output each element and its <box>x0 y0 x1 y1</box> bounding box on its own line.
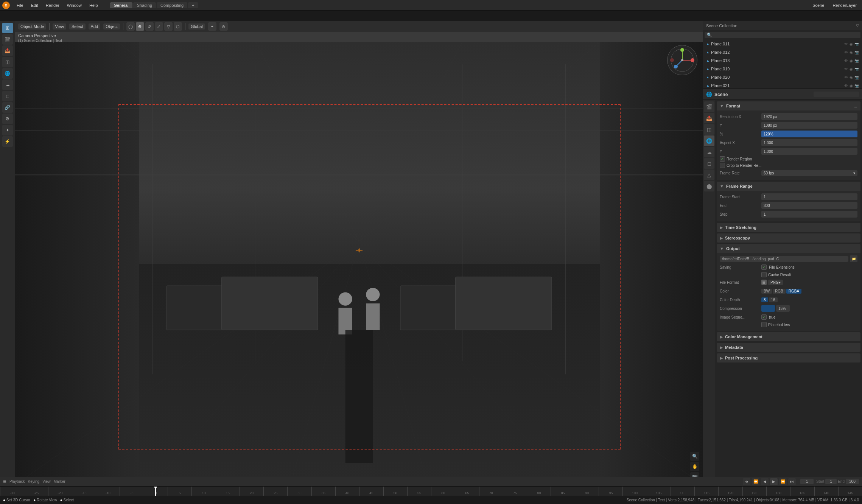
eye-icon-plane019[interactable]: 👁 <box>844 67 848 71</box>
aspect-x-value[interactable]: 1.000 <box>761 139 857 146</box>
sidebar-viewport[interactable]: ⊞ <box>2 23 13 33</box>
time-stretching-header[interactable]: ▶ Time Stretching <box>717 223 860 232</box>
select-icon[interactable]: ◯ <box>126 22 135 31</box>
view-btn-timeline[interactable]: View <box>42 479 51 484</box>
menu-file[interactable]: File <box>14 2 26 8</box>
prop-tab-viewlayer[interactable]: ◫ <box>704 124 714 135</box>
object-btn[interactable]: Object <box>103 23 120 30</box>
properties-search-input[interactable] <box>814 92 859 97</box>
jump-start-btn[interactable]: ⏮ <box>743 478 750 485</box>
resolution-percent-value[interactable]: 120% <box>761 131 857 137</box>
frame-end-value[interactable]: 300 <box>761 202 857 209</box>
proportional-icon[interactable]: ⊙ <box>219 22 228 31</box>
render-icon-plane020[interactable]: 📷 <box>854 75 859 79</box>
sidebar-particles[interactable]: ✦ <box>2 125 13 135</box>
view-btn[interactable]: View <box>53 23 66 30</box>
select-icon-plane012[interactable]: ◉ <box>850 50 853 54</box>
file-extensions-checkbox[interactable] <box>761 264 767 270</box>
add-btn[interactable]: Add <box>89 23 101 30</box>
render-icon-plane011[interactable]: 📷 <box>854 42 859 46</box>
outliner-item-plane021[interactable]: ▲ Plane.021 👁 ◉ 📷 <box>703 81 862 90</box>
color-depth-16-btn[interactable]: 16 <box>769 297 778 302</box>
frame-start-value[interactable]: 1 <box>761 193 857 200</box>
sidebar-view-layer[interactable]: ◫ <box>2 57 13 67</box>
prev-keyframe-btn[interactable]: ⏪ <box>752 478 759 485</box>
outliner-item-plane019[interactable]: ▲ Plane.019 👁 ◉ 📷 <box>703 65 862 73</box>
global-btn[interactable]: Global <box>188 23 205 30</box>
select-icon-plane019[interactable]: ◉ <box>850 67 853 71</box>
sidebar-world[interactable]: ☁ <box>2 79 13 90</box>
frame-rate-dropdown[interactable]: 60 fps ▾ <box>761 170 857 176</box>
sidebar-modifier[interactable]: ⚙ <box>2 114 13 124</box>
menu-window[interactable]: Window <box>64 2 85 8</box>
output-path-browse[interactable]: 📁 <box>850 255 857 262</box>
select-icon-plane021[interactable]: ◉ <box>850 84 853 88</box>
outliner-search-input[interactable] <box>714 33 858 37</box>
file-format-dropdown[interactable]: PNG ▾ <box>768 280 783 285</box>
timeline-ruler[interactable]: -30 -25 -20 -15 -10 -5 0 5 10 15 20 25 3… <box>0 487 862 496</box>
object-mode-btn[interactable]: Object Mode <box>18 23 46 30</box>
sidebar-physics[interactable]: ⚡ <box>2 136 13 147</box>
render-icon-plane021[interactable]: 📷 <box>854 84 859 88</box>
menu-edit[interactable]: Edit <box>28 2 41 8</box>
render-icon-plane012[interactable]: 📷 <box>854 50 859 54</box>
playback-btn[interactable]: Playback <box>9 479 25 484</box>
menu-help[interactable]: Help <box>86 2 101 8</box>
color-depth-8-btn[interactable]: 8 <box>761 297 768 302</box>
marker-btn[interactable]: Marker <box>54 479 65 484</box>
color-bw-btn[interactable]: BW <box>761 289 772 294</box>
rotate-icon[interactable]: ↺ <box>145 22 154 31</box>
color-rgba-btn[interactable]: RGBA <box>786 289 801 294</box>
format-menu-icon[interactable]: ☰ <box>854 104 857 108</box>
viewport-3d[interactable]: 🔍 ✋ 📷 <box>15 42 703 485</box>
aspect-y-value[interactable]: 1.000 <box>761 148 857 155</box>
prop-tab-render[interactable]: 🎬 <box>704 101 714 112</box>
outliner-item-plane012[interactable]: ▲ Plane.012 👁 ◉ 📷 <box>703 48 862 56</box>
jump-end-btn[interactable]: ⏭ <box>788 478 796 485</box>
outliner-filter[interactable]: ▽ <box>856 23 859 28</box>
workspace-add[interactable]: + <box>188 2 198 8</box>
prop-tab-material[interactable]: ⬤ <box>704 181 714 191</box>
scale-icon[interactable]: ⤢ <box>155 22 163 31</box>
cache-result-checkbox[interactable] <box>761 272 767 277</box>
stereoscopy-header[interactable]: ▶ Stereoscopy <box>717 233 860 243</box>
next-keyframe-btn[interactable]: ⏩ <box>779 478 787 485</box>
eye-icon-plane012[interactable]: 👁 <box>844 50 848 54</box>
outliner-item-plane011[interactable]: ▲ Plane.011 👁 ◉ 📷 <box>703 40 862 48</box>
prop-tab-object[interactable]: ◻ <box>704 158 714 169</box>
select-icon-plane020[interactable]: ◉ <box>850 75 853 79</box>
workspace-compositing[interactable]: Compositing <box>157 2 187 8</box>
eye-icon-plane021[interactable]: 👁 <box>844 84 848 88</box>
frame-step-value[interactable]: 1 <box>761 211 857 218</box>
select-icon-plane013[interactable]: ◉ <box>850 59 853 63</box>
frame-range-header[interactable]: ▼ Frame Range <box>717 182 860 191</box>
color-management-header[interactable]: ▶ Color Management <box>717 332 860 341</box>
eye-icon-plane011[interactable]: 👁 <box>844 42 848 46</box>
transform-icon[interactable]: ⊕ <box>136 22 144 31</box>
workspace-general[interactable]: General <box>110 2 132 8</box>
select-btn[interactable]: Select <box>69 23 86 30</box>
nav-gizmo[interactable] <box>667 45 697 75</box>
play-btn[interactable]: ▶ <box>770 478 778 485</box>
timeline-menu-icon[interactable]: ☰ <box>3 479 6 484</box>
render-icon-plane019[interactable]: 📷 <box>854 67 859 71</box>
start-frame-input[interactable]: 1 <box>825 479 837 484</box>
metadata-header[interactable]: ▶ Metadata <box>717 343 860 352</box>
viewport[interactable]: Object Mode View Select Add Object ◯ ⊕ ↺… <box>15 21 703 485</box>
placeholders-checkbox[interactable] <box>761 322 767 327</box>
compression-slider-indicator[interactable] <box>761 305 775 312</box>
sidebar-constraint[interactable]: 🔗 <box>2 102 13 113</box>
render-region-checkbox[interactable] <box>720 156 725 162</box>
sidebar-scene[interactable]: 🌐 <box>2 68 13 79</box>
keying-btn[interactable]: Keying <box>28 479 40 484</box>
render-icon-plane013[interactable]: 📷 <box>854 59 859 63</box>
color-rgb-btn[interactable]: RGB <box>773 289 786 294</box>
overlay-icon[interactable]: ⬡ <box>174 22 182 31</box>
output-header[interactable]: ▼ Output <box>717 244 860 253</box>
output-path-value[interactable]: /home/edData/B.../landing_pad_C <box>720 256 848 262</box>
format-section-header[interactable]: ▼ Format ☰ <box>717 101 860 110</box>
select-icon-plane011[interactable]: ◉ <box>850 42 853 46</box>
prop-tab-scene[interactable]: 🌐 <box>704 135 714 146</box>
workspace-shading[interactable]: Shading <box>133 2 156 8</box>
current-frame-input[interactable]: 1 <box>800 479 814 484</box>
